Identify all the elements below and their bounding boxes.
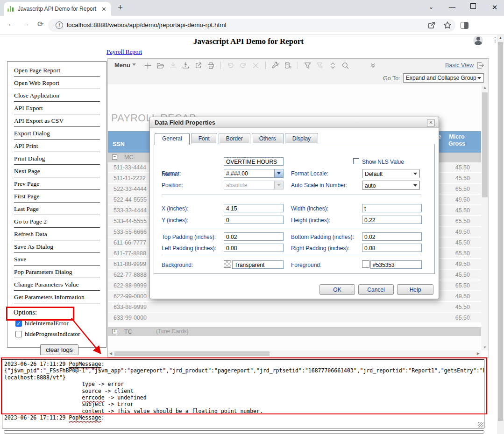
sidebar-item-open-web-report[interactable]: Open Web Report [14,77,100,89]
hideProgressIndicator-checkbox[interactable] [15,331,22,337]
basic-view-link[interactable]: Basic View [445,62,474,69]
data-source-icon[interactable] [282,61,294,70]
left-padding-field[interactable]: 0.08 [224,244,284,252]
sidebar-item-refresh-data[interactable]: Refresh Data [14,228,100,240]
background-swatch[interactable] [224,260,231,268]
address-bar[interactable]: i localhost:8888/webos/app/demo/jreporta… [48,19,455,32]
ssn-cell: 522-44-5555 [114,196,147,203]
sidebar-item-get-parameters-information[interactable]: Get Parameters Information [14,291,100,303]
page-scrollbar[interactable]: ▲ [497,35,504,434]
browser-tab[interactable]: Javascritp API Demo for Report ✕ [4,2,111,16]
sidebar-item-first-page[interactable]: First Page [14,190,100,203]
sidebar-item-api-export[interactable]: API Export [14,102,100,114]
filter-icon[interactable] [301,61,314,70]
cancel-button[interactable]: Cancel [358,284,394,295]
x-field[interactable]: 4.15 [224,204,284,212]
reload-icon[interactable]: ⟳ [37,20,43,28]
background-field[interactable]: Transparent [232,260,284,269]
goto-select[interactable]: Expand and Collapse Group [403,73,484,83]
site-info-icon[interactable]: i [56,21,63,29]
sort-icon[interactable] [327,61,339,70]
top-padding-field[interactable]: 0.02 [224,232,284,241]
expand-group-icon[interactable]: + [112,329,117,334]
chevron-down-icon[interactable] [274,169,283,177]
hideInternalError-checkbox[interactable]: ✓ [15,320,22,327]
tab-general[interactable]: General [155,133,190,145]
window-close-button[interactable]: ✕ [490,3,499,12]
new-tab-button[interactable]: + [118,2,123,13]
window-minimize-button[interactable]: — [447,3,457,11]
sidebar-item-api-print[interactable]: API Print [14,140,100,152]
bookmark-star-icon[interactable] [443,21,452,31]
show-nls-checkbox[interactable] [353,158,359,164]
dialog-title-bar[interactable]: Data Field Properties ✕ [150,117,439,128]
format-locale-select[interactable]: Default [362,169,420,178]
width-field[interactable]: t [362,204,422,212]
help-button[interactable]: Help [397,284,433,295]
scroll-left-icon[interactable]: ◀ [109,351,112,356]
ok-button[interactable]: OK [319,284,355,295]
scrollbar-thumb[interactable] [498,42,503,421]
export-icon[interactable] [192,61,205,70]
tools-icon[interactable] [269,61,282,70]
viewer-horizontal-scrollbar[interactable]: ◀ ▶ [108,350,481,357]
share-icon[interactable] [427,21,436,31]
payroll-report-link[interactable]: Payroll Report [106,48,142,56]
tab-border[interactable]: Border [219,133,250,144]
url-text[interactable]: localhost:8888/webos/app/demo/jreportapi… [67,21,226,28]
sidebar-item-change-parameters-value[interactable]: Change Parameters Value [14,278,100,291]
sidebar-item-print-dialog[interactable]: Print Dialog [14,152,100,165]
dialog-close-icon[interactable]: ✕ [427,119,435,127]
sidebar-item-close-application[interactable]: Close Application [14,89,100,102]
scroll-down-icon[interactable]: ▼ [481,345,489,350]
clear-logs-button[interactable]: clear logs [40,344,78,355]
search-icon[interactable] [339,61,352,70]
scroll-up-icon[interactable]: ▲ [481,85,489,90]
save-as-icon[interactable] [179,61,192,70]
sidebar-item-open-page-report[interactable]: Open Page Report [14,64,100,77]
collapse-group-icon[interactable]: − [112,154,117,160]
tab-display[interactable]: Display [285,133,318,144]
sidebar-item-export-dialog[interactable]: Export Dialog [14,127,100,140]
sidebar-item-go-to-page-2[interactable]: Go to Page 2 [14,215,100,228]
back-icon[interactable]: ← [7,20,15,28]
viewer-vertical-scrollbar[interactable]: ▲ ▼ [481,84,489,350]
tab-font[interactable]: Font [191,133,217,144]
bottom-padding-field[interactable]: 0.02 [362,232,422,241]
new-report-icon[interactable] [142,61,154,70]
scrollbar-thumb[interactable] [482,92,488,197]
scrollbar-thumb[interactable] [114,351,270,356]
tab-search-icon[interactable]: ⌄ [426,3,436,10]
sidebar-item-save-as-dialog[interactable]: Save As Dialog [14,240,100,253]
sidebar-item-prev-page[interactable]: Prev Page [14,177,100,190]
name-field[interactable]: OVERTIME HOURS [224,157,284,166]
collapsed-log-bar[interactable] [4,430,484,434]
side-panel-icon[interactable] [461,22,469,29]
sidebar-item-last-page[interactable]: Last Page [14,203,100,215]
auto-scale-select[interactable]: auto [362,181,420,190]
open-icon[interactable] [154,61,167,70]
window-maximize-button[interactable] [469,3,478,10]
log-output[interactable]: 2023-06-26 17:11:29 PopMessage:{"j$vm_pi… [2,359,484,428]
scroll-up-icon[interactable]: ▲ [497,36,504,40]
right-padding-field[interactable]: 0.08 [362,244,422,252]
toolbar-separator [220,62,221,69]
sidebar-item-save[interactable]: Save [14,253,100,266]
switch-view-icon[interactable] [476,61,484,71]
tab-close-icon[interactable]: ✕ [100,6,107,13]
sidebar-item-pop-parameters-dialog[interactable]: Pop Parameters Dialog [14,266,100,278]
sidebar-item-next-page[interactable]: Next Page [14,165,100,177]
height-field[interactable]: 0.22 [362,216,422,224]
foreground-field[interactable]: #535353 [370,260,422,269]
forward-icon[interactable]: → [22,20,30,28]
y-field[interactable]: 0 [224,216,284,224]
print-icon[interactable] [205,61,217,70]
foreground-swatch[interactable] [362,260,369,268]
sidebar-item-api-export-as-csv[interactable]: API Export as CSV [14,114,100,127]
menu-dropdown-button[interactable]: Menu [114,62,136,69]
more-chevrons-icon[interactable] [367,61,379,70]
format-combo[interactable]: #,###.00 [224,169,284,178]
resize-grip[interactable] [478,422,483,427]
tab-others[interactable]: Others [252,133,284,144]
scroll-right-icon[interactable]: ▶ [477,351,480,356]
